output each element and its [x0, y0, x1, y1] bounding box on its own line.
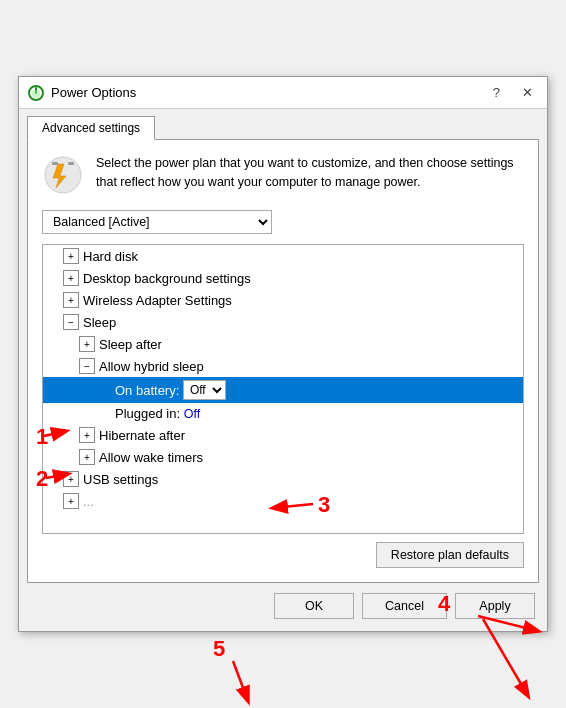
tree-item-sleep-after[interactable]: + Sleep after — [43, 333, 523, 355]
power-icon — [42, 154, 84, 196]
plugged-in-value: Off — [184, 407, 200, 421]
label-sleep-after: Sleep after — [99, 337, 162, 352]
toggle-wake-timers[interactable]: + — [79, 449, 95, 465]
label-wireless: Wireless Adapter Settings — [83, 293, 232, 308]
toggle-hybrid-sleep[interactable]: − — [79, 358, 95, 374]
description-text: Select the power plan that you want to c… — [96, 154, 524, 196]
svg-text:5: 5 — [213, 636, 225, 661]
tab-bar: Advanced settings — [19, 109, 547, 139]
toggle-desktop-bg[interactable]: + — [63, 270, 79, 286]
close-button[interactable]: ✕ — [516, 83, 539, 102]
restore-defaults-button[interactable]: Restore plan defaults — [376, 542, 524, 568]
label-wake-timers: Allow wake timers — [99, 450, 203, 465]
app-icon — [27, 84, 45, 102]
tree-item-sleep[interactable]: − Sleep — [43, 311, 523, 333]
label-plugged-in: Plugged in: — [115, 406, 184, 421]
cancel-button[interactable]: Cancel — [362, 593, 447, 619]
window-title: Power Options — [51, 85, 136, 100]
label-desktop-bg: Desktop background settings — [83, 271, 251, 286]
title-bar: Power Options ? ✕ — [19, 77, 547, 109]
toggle-hard-disk[interactable]: + — [63, 248, 79, 264]
plan-select[interactable]: Balanced [Active] High performance Power… — [42, 210, 272, 234]
help-button[interactable]: ? — [487, 83, 506, 102]
ok-button[interactable]: OK — [274, 593, 354, 619]
tree-item-desktop-bg[interactable]: + Desktop background settings — [43, 267, 523, 289]
restore-btn-row: Restore plan defaults — [42, 542, 524, 568]
on-battery-select[interactable]: Off On — [183, 380, 226, 400]
dialog-button-row: OK Cancel Apply — [19, 583, 547, 631]
toggle-sleep[interactable]: − — [63, 314, 79, 330]
label-hibernate: Hibernate after — [99, 428, 185, 443]
tree-item-on-battery[interactable]: On battery: Off On — [43, 377, 523, 403]
settings-tree[interactable]: + Hard disk + Desktop background setting… — [42, 244, 524, 534]
tree-item-hibernate[interactable]: + Hibernate after — [43, 424, 523, 446]
svg-rect-3 — [68, 162, 74, 165]
toggle-more[interactable]: + — [63, 493, 79, 509]
content-area: Select the power plan that you want to c… — [27, 139, 539, 583]
on-battery-dropdown-container: Off On — [183, 380, 226, 400]
power-options-window: Power Options ? ✕ Advanced settings — [18, 76, 548, 632]
tree-item-wireless[interactable]: + Wireless Adapter Settings — [43, 289, 523, 311]
apply-button[interactable]: Apply — [455, 593, 535, 619]
svg-line-14 — [233, 661, 248, 701]
label-more: ... — [83, 494, 94, 509]
svg-rect-2 — [52, 162, 58, 165]
toggle-usb[interactable]: + — [63, 471, 79, 487]
toggle-sleep-after[interactable]: + — [79, 336, 95, 352]
tree-item-more[interactable]: + ... — [43, 490, 523, 512]
tree-item-usb[interactable]: + USB settings — [43, 468, 523, 490]
tab-advanced-settings[interactable]: Advanced settings — [27, 116, 155, 140]
tree-item-hybrid-sleep[interactable]: − Allow hybrid sleep — [43, 355, 523, 377]
tree-item-wake-timers[interactable]: + Allow wake timers — [43, 446, 523, 468]
plan-dropdown-row: Balanced [Active] High performance Power… — [42, 210, 524, 234]
toggle-wireless[interactable]: + — [63, 292, 79, 308]
description-section: Select the power plan that you want to c… — [42, 154, 524, 196]
toggle-hibernate[interactable]: + — [79, 427, 95, 443]
svg-point-1 — [45, 157, 81, 193]
label-on-battery: On battery: — [115, 383, 183, 398]
label-sleep: Sleep — [83, 315, 116, 330]
tree-item-hard-disk[interactable]: + Hard disk — [43, 245, 523, 267]
label-usb: USB settings — [83, 472, 158, 487]
tree-item-plugged-in[interactable]: Plugged in: Off — [43, 403, 523, 424]
title-bar-controls: ? ✕ — [487, 83, 539, 102]
label-hard-disk: Hard disk — [83, 249, 138, 264]
label-hybrid-sleep: Allow hybrid sleep — [99, 359, 204, 374]
